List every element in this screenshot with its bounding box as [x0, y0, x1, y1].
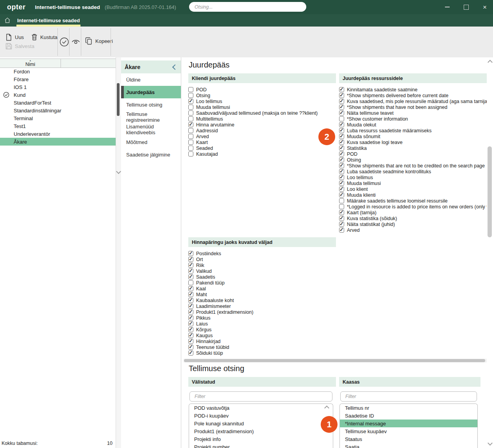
global-search-input[interactable] — [189, 2, 306, 12]
checkbox[interactable] — [188, 315, 193, 320]
checkbox[interactable] — [339, 204, 344, 209]
checkbox-row[interactable]: Kasutajad — [188, 151, 336, 157]
checkbox[interactable] — [188, 298, 193, 303]
checkbox[interactable] — [188, 99, 193, 104]
excluded-filter-input[interactable] — [189, 391, 332, 402]
checkbox-row[interactable]: Pikkus — [188, 315, 336, 321]
list-option[interactable]: Projekti number — [189, 443, 333, 448]
horizontal-scrollbar[interactable] — [184, 359, 487, 363]
checkbox[interactable] — [188, 280, 193, 285]
checkbox[interactable] — [188, 140, 193, 145]
checkbox-row[interactable]: Otsing — [339, 157, 487, 163]
checkbox-row[interactable]: Muuda sõnumit — [339, 133, 487, 139]
delete-button[interactable]: Kustuta — [31, 34, 57, 41]
checkbox[interactable] — [188, 339, 193, 344]
checkbox-row[interactable]: Multitellimus — [188, 116, 336, 122]
checkbox[interactable] — [188, 87, 193, 92]
checkbox[interactable] — [339, 87, 344, 92]
checkbox[interactable] — [188, 321, 193, 326]
column-header-empty[interactable] — [61, 59, 116, 68]
list-item[interactable]: Standardinställningar — [0, 107, 116, 114]
checkbox[interactable] — [188, 292, 193, 297]
checkbox[interactable] — [188, 304, 193, 309]
checkbox-row[interactable]: Arved — [188, 133, 336, 139]
checkbox[interactable] — [188, 263, 193, 268]
checkbox[interactable] — [188, 268, 193, 274]
checkbox-row[interactable]: Arved — [339, 227, 487, 233]
checkbox-row[interactable]: Statistika — [339, 145, 487, 151]
checkbox-row[interactable]: Valikud — [188, 268, 336, 274]
checkbox-row[interactable]: Muuda olekut — [339, 122, 487, 128]
checkbox[interactable] — [339, 140, 344, 145]
checkbox-row[interactable]: Ort — [188, 256, 336, 262]
list-option[interactable]: POD vastuvõtja — [189, 404, 333, 412]
checkbox-row[interactable]: Pakendi tüüp — [188, 280, 336, 286]
checkbox[interactable] — [188, 309, 193, 315]
checkbox[interactable] — [339, 151, 344, 156]
checkbox[interactable] — [339, 175, 344, 180]
list-item[interactable]: Förare — [0, 75, 116, 83]
checkbox-row[interactable]: Postiindeks — [188, 251, 336, 256]
checkbox[interactable] — [188, 274, 193, 279]
scrollbar-thumb[interactable] — [117, 83, 120, 116]
checkbox-row[interactable]: Laadimismeeter — [188, 303, 336, 309]
list-item[interactable]: Test1 — [0, 122, 116, 130]
checkbox-row[interactable]: Muuda tellimusi — [188, 104, 336, 110]
nav-item[interactable]: Üldine — [121, 73, 181, 86]
checkbox-row[interactable]: Hinna arvutamine — [188, 122, 336, 128]
checkbox-row[interactable]: Kaubaaluste koht — [188, 297, 336, 303]
checkbox[interactable] — [188, 110, 193, 116]
close-button[interactable]: × — [481, 4, 488, 11]
left-panel-scrollbar[interactable] — [116, 57, 121, 448]
checkbox-row[interactable]: Muuda klienti — [339, 192, 487, 198]
checkbox[interactable] — [339, 128, 344, 133]
checkbox[interactable] — [188, 105, 193, 110]
list-option[interactable]: Saadetise ID — [340, 412, 477, 420]
list-option[interactable]: Tellimus nr — [340, 404, 477, 412]
checkbox-row[interactable]: Näita statistikat (juhid) — [339, 221, 487, 227]
checkbox-row[interactable]: Kuva saadetised, mis pole ressursile mää… — [339, 98, 487, 104]
checkbox[interactable] — [339, 116, 344, 121]
scrollbar-thumb[interactable] — [184, 359, 485, 362]
checkbox[interactable] — [339, 134, 344, 139]
list-item[interactable]: Kund — [0, 91, 116, 99]
checkbox-row[interactable]: Kuva statistika (sõiduk) — [339, 215, 487, 221]
main-vertical-scrollbar[interactable] — [487, 57, 493, 448]
checkbox[interactable] — [188, 286, 193, 291]
checkbox-row[interactable]: *Show customer information — [339, 116, 487, 122]
checkbox-row[interactable]: Seaded — [188, 145, 336, 151]
scroll-down-icon[interactable] — [116, 169, 121, 174]
checkbox[interactable] — [188, 257, 193, 262]
checkbox[interactable] — [339, 110, 344, 116]
checkbox-row[interactable]: POD — [339, 151, 487, 157]
checkbox[interactable] — [188, 327, 193, 332]
checkbox[interactable] — [339, 157, 344, 162]
checkbox[interactable] — [339, 216, 344, 221]
list-option[interactable]: Projekti info — [189, 435, 333, 443]
nav-item[interactable]: Saadetise jälgimine — [121, 148, 181, 161]
copy-button[interactable]: Kopeeri — [85, 37, 113, 45]
nav-item[interactable]: Juurdepääs — [121, 86, 181, 98]
checkbox-row[interactable]: Teenuse tüübid — [188, 344, 336, 350]
checkbox[interactable] — [188, 146, 193, 151]
checkbox-row[interactable]: Riik — [188, 262, 336, 268]
list-item[interactable]: Underleverantör — [0, 130, 116, 138]
checkbox-row[interactable]: Laius — [188, 321, 336, 327]
checkbox[interactable] — [339, 181, 344, 186]
checkbox-row[interactable]: Loo klient — [339, 186, 487, 192]
checkbox-row[interactable]: Kaart — [188, 139, 336, 145]
checkbox-row[interactable]: Muuda tellimusi — [339, 180, 487, 186]
checkbox[interactable] — [339, 210, 344, 215]
checkbox[interactable] — [339, 187, 344, 192]
list-item[interactable]: Åkare — [0, 138, 116, 146]
checkbox-row[interactable]: Näita tellimuse teavet — [339, 110, 487, 116]
checkbox-row[interactable]: Sõiduki tüüp — [188, 350, 336, 356]
checkbox[interactable] — [188, 122, 193, 127]
nav-item[interactable]: Tellimuse otsing — [121, 98, 181, 111]
home-button[interactable] — [4, 17, 11, 24]
checkbox-row[interactable]: Hinnakirjad — [188, 338, 336, 344]
collapse-panel-icon[interactable] — [172, 64, 178, 69]
checkbox[interactable] — [188, 345, 193, 350]
column-header-nimi[interactable]: ▲ Nimi — [0, 59, 61, 68]
checkbox[interactable] — [188, 128, 193, 133]
